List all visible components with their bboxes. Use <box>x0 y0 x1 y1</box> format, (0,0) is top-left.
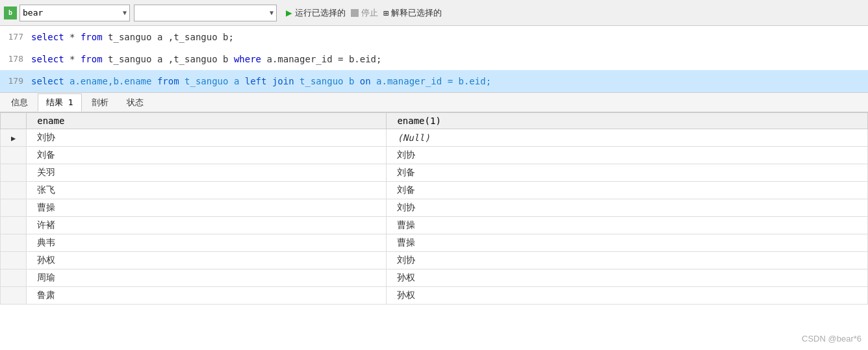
main-content: 177select * from t_sanguo a ,t_sanguo b;… <box>0 26 868 350</box>
table-cell: 曹操 <box>387 217 868 234</box>
db-dropdown[interactable]: bear ▼ <box>19 5 130 21</box>
row-indicator <box>1 252 27 269</box>
row-indicator-header <box>1 113 27 129</box>
result-table: enameename(1)▶刘协(Null)刘备刘协关羽刘备张飞刘备曹操刘协许褚… <box>0 112 868 305</box>
toolbar: b bear ▼ ▼ ▶ 运行已选择的 停止 ⊞ 解释已选择的 <box>0 0 868 26</box>
line-number: 179 <box>5 70 31 92</box>
row-indicator <box>1 147 27 164</box>
sql-token: select <box>31 76 64 86</box>
sql-token: t_sanguo a ,t_sanguo b; <box>103 32 234 42</box>
sql-token: a.manager_id = b.eid; <box>371 76 491 86</box>
row-indicator <box>1 269 27 287</box>
table-cell: 孙权 <box>27 252 387 269</box>
column-header: ename <box>27 113 387 129</box>
table-cell: 刘备 <box>387 164 868 182</box>
run-label: 运行已选择的 <box>295 7 346 19</box>
result-tab[interactable]: 剖析 <box>83 94 117 112</box>
table-row: 周瑜孙权 <box>1 269 868 287</box>
row-indicator <box>1 164 27 182</box>
run-button[interactable]: ▶ 运行已选择的 <box>286 6 346 19</box>
sql-code: select * from t_sanguo a ,t_sanguo b; <box>31 26 234 48</box>
db-dropdown-arrow: ▼ <box>123 9 127 16</box>
stop-label: 停止 <box>361 7 378 19</box>
stop-button[interactable]: 停止 <box>351 7 378 19</box>
row-indicator: ▶ <box>1 129 27 147</box>
table-cell: 周瑜 <box>27 269 387 287</box>
sql-token: from <box>81 54 103 64</box>
result-tab[interactable]: 状态 <box>118 94 152 112</box>
table-cell: 刘协 <box>387 147 868 164</box>
db-name: bear <box>23 8 43 18</box>
table-cell: 曹操 <box>27 199 387 217</box>
line-number: 178 <box>5 48 31 70</box>
watermark: CSDN @bear*6 <box>802 334 862 344</box>
table-row: 曹操刘协 <box>1 199 868 217</box>
sql-code: select * from t_sanguo a ,t_sanguo b whe… <box>31 48 381 70</box>
line-number: 177 <box>5 26 31 48</box>
table-row: ▶刘协(Null) <box>1 129 868 147</box>
column-header: ename(1) <box>387 113 868 129</box>
sql-code: select a.ename,b.ename from t_sanguo a l… <box>31 70 491 92</box>
sql-token: from <box>81 32 103 42</box>
sql-editor[interactable]: 177select * from t_sanguo a ,t_sanguo b;… <box>0 26 868 93</box>
db-selector: b bear ▼ <box>4 5 130 21</box>
sql-token: t_sanguo b <box>294 76 360 86</box>
sql-token: join <box>272 76 294 86</box>
table-cell: 鲁肃 <box>27 287 387 305</box>
result-area: enameename(1)▶刘协(Null)刘备刘协关羽刘备张飞刘备曹操刘协许褚… <box>0 112 868 350</box>
sql-token: from <box>157 76 179 86</box>
table-row: 关羽刘备 <box>1 164 868 182</box>
schema-dropdown-arrow: ▼ <box>270 9 274 16</box>
row-arrow-icon: ▶ <box>11 134 16 143</box>
table-cell: 典韦 <box>27 234 387 252</box>
table-cell: 关羽 <box>27 164 387 182</box>
row-indicator <box>1 199 27 217</box>
table-cell: 刘备 <box>27 147 387 164</box>
sql-line[interactable]: 179select a.ename,b.ename from t_sanguo … <box>0 70 868 92</box>
explain-button[interactable]: ⊞ 解释已选择的 <box>383 7 442 19</box>
result-tab[interactable]: 结果 1 <box>38 94 82 112</box>
table-cell: 许褚 <box>27 217 387 234</box>
sql-token: on <box>360 76 371 86</box>
table-cell: 刘协 <box>387 252 868 269</box>
sql-token: select <box>31 54 64 64</box>
sql-token: a.manager_id = b.eid; <box>261 54 381 64</box>
sql-token: select <box>31 32 64 42</box>
row-indicator <box>1 217 27 234</box>
table-row: 孙权刘协 <box>1 252 868 269</box>
sql-line[interactable]: 178select * from t_sanguo a ,t_sanguo b … <box>0 48 868 70</box>
table-row: 鲁肃孙权 <box>1 287 868 305</box>
sql-token: a.ename,b.ename <box>64 76 157 86</box>
result-tabs: 信息结果 1剖析状态 <box>0 93 868 112</box>
stop-icon <box>351 9 359 17</box>
result-panel: enameename(1)▶刘协(Null)刘备刘协关羽刘备张飞刘备曹操刘协许褚… <box>0 112 868 350</box>
sql-token: t_sanguo a ,t_sanguo b <box>103 54 234 64</box>
table-row: 刘备刘协 <box>1 147 868 164</box>
table-cell: (Null) <box>387 129 868 147</box>
sql-line[interactable]: 177select * from t_sanguo a ,t_sanguo b; <box>0 26 868 48</box>
sql-token: left <box>245 76 267 86</box>
table-cell: 曹操 <box>387 234 868 252</box>
play-icon: ▶ <box>286 6 292 19</box>
row-indicator <box>1 234 27 252</box>
table-cell: 张飞 <box>27 182 387 199</box>
explain-label: 解释已选择的 <box>391 7 442 19</box>
toolbar-actions: ▶ 运行已选择的 停止 ⊞ 解释已选择的 <box>286 6 442 19</box>
db-icon: b <box>4 6 17 19</box>
schema-dropdown[interactable]: ▼ <box>134 5 277 21</box>
table-row: 典韦曹操 <box>1 234 868 252</box>
table-cell: 刘协 <box>27 129 387 147</box>
table-cell: 孙权 <box>387 287 868 305</box>
table-cell: 刘协 <box>387 199 868 217</box>
table-cell: 刘备 <box>387 182 868 199</box>
sql-token: * <box>64 32 81 42</box>
row-indicator <box>1 182 27 199</box>
sql-token: * <box>64 54 81 64</box>
result-tab[interactable]: 信息 <box>3 94 36 112</box>
explain-icon: ⊞ <box>383 8 389 18</box>
row-indicator <box>1 287 27 305</box>
table-row: 张飞刘备 <box>1 182 868 199</box>
table-row: 许褚曹操 <box>1 217 868 234</box>
sql-token: t_sanguo a <box>179 76 245 86</box>
table-cell: 孙权 <box>387 269 868 287</box>
